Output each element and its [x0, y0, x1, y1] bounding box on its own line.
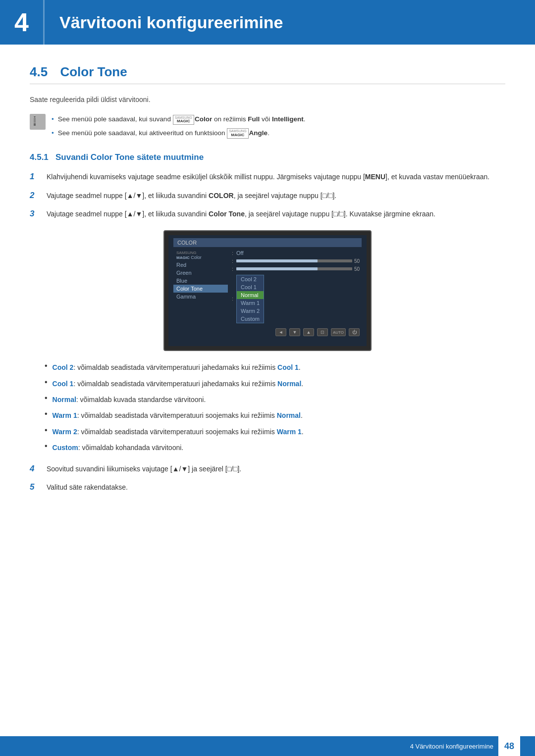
main-content: 4.5 Color Tone Saate reguleerida pildi ü…	[0, 64, 535, 533]
monitor-image-area: COLOR SAMSUNG MAGIC Color Red Green Blue…	[30, 230, 505, 351]
monitor-row-color-tone: : Cool 2 Cool 1 Normal Warm 1 Warm 2 Cus…	[230, 273, 362, 324]
monitor-screen: COLOR SAMSUNG MAGIC Color Red Green Blue…	[163, 230, 372, 351]
dropdown-cool2: Cool 2	[237, 275, 264, 283]
footer-page-number: 48	[498, 736, 520, 756]
monitor-bottom-icons: ◄ ▼ ▲ ⊡ AUTO ⏻	[173, 325, 362, 336]
dropdown-warm1: Warm 1	[237, 299, 264, 307]
page-footer: 4 Värvitooni konfigureerimine 48	[0, 736, 535, 756]
step-number-1: 1	[30, 171, 40, 182]
note-lines: • See menüü pole saadaval, kui suvand SA…	[52, 114, 306, 138]
subsection-title: Suvandi Color Tone sätete muutmine	[55, 152, 204, 162]
note-icon	[30, 114, 46, 130]
monitor-item-blue: Blue	[173, 277, 228, 285]
option-warm1: • Warm 1: võimaldab seadistada värvitemp…	[30, 410, 505, 421]
chapter-title: Värvitooni konfigureerimine	[45, 13, 283, 32]
option-cool1: • Cool 1: võimaldab seadistada värvitemp…	[30, 378, 505, 389]
monitor-btn-down: ▼	[289, 328, 300, 336]
monitor-item-red: Red	[173, 261, 228, 269]
monitor-row-red: : 50	[230, 257, 362, 265]
step-number-5: 5	[30, 482, 40, 492]
monitor-row-green: : 50	[230, 265, 362, 273]
option-cool2: • Cool 2: võimaldab seadistada värvitemp…	[30, 362, 505, 373]
step-text-3: Vajutage seadmel nuppe [▲/▼], et liikuda…	[47, 208, 435, 220]
monitor-btn-power: ⏻	[349, 328, 360, 336]
monitor-item-color-tone: Color Tone	[173, 285, 228, 293]
monitor-item-green: Green	[173, 269, 228, 277]
steps-list-2: 4 Soovitud suvandini liikumiseks vajutag…	[30, 463, 505, 494]
section-number: 4.5	[30, 64, 48, 79]
note-line-1: • See menüü pole saadaval, kui suvand SA…	[52, 114, 306, 125]
step-text-1: Klahvijuhendi kuvamiseks vajutage seadme…	[47, 171, 489, 183]
step-4: 4 Soovitud suvandini liikumiseks vajutag…	[30, 463, 505, 475]
monitor-row-off: : Off	[230, 249, 362, 257]
dropdown-custom: Custom	[237, 315, 264, 323]
option-normal: • Normal: võimaldab kuvada standardse vä…	[30, 394, 505, 405]
monitor-btn-up: ▲	[303, 328, 314, 336]
monitor-dropdown: Cool 2 Cool 1 Normal Warm 1 Warm 2 Custo…	[236, 275, 264, 323]
monitor-item-gamma: Gamma	[173, 293, 228, 301]
dropdown-cool1: Cool 1	[237, 283, 264, 291]
step-text-4: Soovitud suvandini liikumiseks vajutage …	[47, 463, 241, 475]
monitor-btn-auto: AUTO	[331, 328, 346, 336]
footer-chapter-label: 4 Värvitooni konfigureerimine	[410, 743, 493, 750]
monitor-btn-enter: ⊡	[317, 328, 328, 336]
step-5: 5 Valitud säte rakendatakse.	[30, 482, 505, 494]
monitor-menu-left: SAMSUNG MAGIC Color Red Green Blue Color…	[173, 249, 228, 324]
svg-rect-0	[34, 123, 36, 126]
steps-list: 1 Klahvijuhendi kuvamiseks vajutage sead…	[30, 171, 505, 220]
note-box: • See menüü pole saadaval, kui suvand SA…	[30, 114, 505, 138]
dropdown-warm2: Warm 2	[237, 307, 264, 315]
monitor-title: COLOR	[177, 240, 197, 246]
step-number-3: 3	[30, 208, 40, 219]
step-text-2: Vajutage seadmel nuppe [▲/▼], et liikuda…	[47, 190, 336, 202]
svg-rect-1	[34, 118, 36, 123]
section-title: Color Tone	[60, 64, 127, 79]
option-warm2: • Warm 2: võimaldab seadistada värvitemp…	[30, 426, 505, 437]
monitor-menu-right: : Off : 50 :	[228, 249, 362, 324]
section-heading: 4.5 Color Tone	[30, 64, 505, 84]
monitor-title-bar: COLOR	[173, 238, 362, 247]
monitor-item-samsung-magic: SAMSUNG MAGIC Color	[173, 249, 228, 261]
intro-text: Saate reguleerida pildi üldist värvitoon…	[30, 94, 505, 105]
option-custom: • Custom: võimaldab kohandada värvitooni…	[30, 442, 505, 453]
chapter-number: 4	[0, 0, 45, 45]
step-2: 2 Vajutage seadmel nuppe [▲/▼], et liiku…	[30, 190, 505, 202]
step-1: 1 Klahvijuhendi kuvamiseks vajutage sead…	[30, 171, 505, 183]
step-3: 3 Vajutage seadmel nuppe [▲/▼], et liiku…	[30, 208, 505, 220]
monitor-inner: COLOR SAMSUNG MAGIC Color Red Green Blue…	[168, 235, 367, 346]
chapter-header: 4 Värvitooni konfigureerimine	[0, 0, 535, 45]
step-number-2: 2	[30, 190, 40, 201]
subsection-number: 4.5.1	[30, 152, 49, 162]
step-text-5: Valitud säte rakendatakse.	[47, 482, 128, 494]
dropdown-normal: Normal	[237, 291, 264, 299]
options-list: • Cool 2: võimaldab seadistada värvitemp…	[30, 362, 505, 453]
monitor-menu-row: SAMSUNG MAGIC Color Red Green Blue Color…	[173, 249, 362, 324]
monitor-btn-left: ◄	[275, 328, 286, 336]
subsection-heading: 4.5.1 Suvandi Color Tone sätete muutmine	[30, 152, 505, 162]
step-number-4: 4	[30, 463, 40, 474]
note-line-2: • See menüü pole saadaval, kui aktiveeri…	[52, 128, 306, 139]
